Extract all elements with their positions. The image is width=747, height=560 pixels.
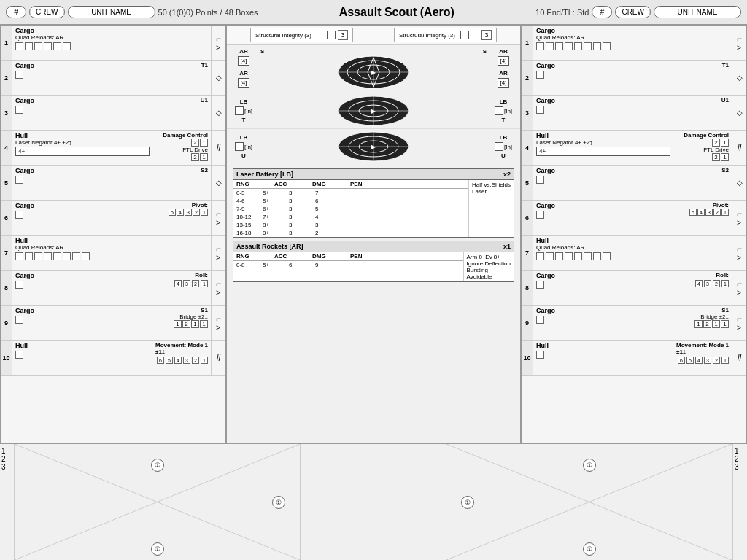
cargo-box[interactable]: 4 <box>695 357 703 364</box>
cargo-box[interactable]: 1 <box>721 357 729 364</box>
cargo-box[interactable] <box>555 42 563 50</box>
cargo-box[interactable]: 1 <box>712 320 720 328</box>
cargo-box[interactable]: 2 <box>712 139 720 147</box>
cargo-box[interactable] <box>53 42 61 50</box>
cargo-box[interactable]: 1 <box>201 209 208 216</box>
cargo-box[interactable] <box>536 252 544 260</box>
cargo-box[interactable] <box>584 252 592 260</box>
cargo-box[interactable]: 3 <box>185 209 192 216</box>
cargo-box[interactable]: 4 <box>697 209 705 216</box>
cargo-box[interactable] <box>63 252 71 260</box>
cargo-box[interactable] <box>536 176 544 184</box>
cargo-box[interactable]: 2 <box>182 320 190 328</box>
lb-left-box[interactable] <box>235 106 244 115</box>
cargo-box[interactable] <box>44 42 52 50</box>
cargo-box[interactable]: 3 <box>704 280 711 287</box>
cargo-box[interactable]: 2 <box>191 139 199 147</box>
cargo-box[interactable]: 3 <box>183 280 190 287</box>
cargo-box[interactable]: 5 <box>166 357 173 364</box>
cargo-box[interactable]: 5 <box>169 209 176 216</box>
cargo-box[interactable] <box>15 106 23 114</box>
cargo-box[interactable]: 2 <box>713 280 720 287</box>
cargo-box[interactable] <box>15 252 23 260</box>
cargo-box[interactable]: 4 <box>177 209 184 216</box>
cargo-box[interactable] <box>15 211 23 219</box>
cargo-box[interactable]: 1 <box>191 320 199 328</box>
cargo-box[interactable]: 1 <box>174 320 182 328</box>
cargo-box[interactable]: 2 <box>192 280 199 287</box>
hash-left[interactable]: # <box>6 6 26 18</box>
cargo-box[interactable] <box>536 351 544 359</box>
cargo-box[interactable] <box>574 42 582 50</box>
cargo-box[interactable]: 2 <box>713 357 720 364</box>
hash-right[interactable]: # <box>592 6 612 18</box>
cargo-box[interactable]: 1 <box>200 139 208 147</box>
cargo-box[interactable] <box>15 71 23 79</box>
unit-name-left[interactable]: UNIT NAME <box>68 6 155 18</box>
crew-right[interactable]: CREW <box>615 6 651 18</box>
cargo-box[interactable] <box>15 281 23 289</box>
cargo-box[interactable]: 1 <box>721 280 729 287</box>
cargo-box[interactable]: 1 <box>200 320 208 328</box>
cargo-box[interactable] <box>555 252 563 260</box>
cargo-box[interactable]: 6 <box>678 357 685 364</box>
cargo-box[interactable] <box>15 316 23 324</box>
cargo-box[interactable]: 2 <box>713 209 721 216</box>
cargo-box[interactable] <box>53 252 61 260</box>
cargo-box[interactable]: 1 <box>721 209 729 216</box>
cargo-box[interactable] <box>593 42 601 50</box>
cargo-box[interactable] <box>536 281 544 289</box>
cargo-box[interactable]: 2 <box>192 357 199 364</box>
cargo-box[interactable]: 1 <box>694 320 703 328</box>
cargo-box[interactable] <box>72 252 80 260</box>
lb-u-right-box[interactable] <box>495 142 503 151</box>
cargo-box[interactable] <box>15 42 23 50</box>
cargo-box[interactable]: 2 <box>712 153 720 161</box>
cargo-box[interactable] <box>546 42 554 50</box>
cargo-box[interactable] <box>25 252 33 260</box>
cargo-box[interactable] <box>536 211 544 219</box>
cargo-box[interactable] <box>565 42 573 50</box>
cargo-box[interactable]: 1 <box>201 357 208 364</box>
cargo-box[interactable]: 2 <box>193 209 200 216</box>
cargo-box[interactable]: 1 <box>200 153 208 161</box>
cargo-box[interactable] <box>15 176 23 184</box>
cargo-box[interactable] <box>536 71 544 79</box>
cargo-box[interactable]: 6 <box>157 357 164 364</box>
cargo-box[interactable] <box>536 106 544 114</box>
cargo-box[interactable]: 4 <box>174 357 182 364</box>
cargo-box[interactable]: 4 <box>174 280 182 287</box>
cargo-box[interactable]: 1 <box>721 153 729 161</box>
cargo-box[interactable]: 3 <box>704 357 711 364</box>
unit-name-right[interactable]: UNIT NAME <box>654 6 741 18</box>
crew-left[interactable]: CREW <box>29 6 65 18</box>
cargo-box[interactable]: 3 <box>183 357 190 364</box>
si-right-box2[interactable] <box>471 31 479 39</box>
cargo-box[interactable] <box>603 252 611 260</box>
si-left-box1[interactable] <box>317 31 325 39</box>
cargo-box[interactable]: 5 <box>689 209 697 216</box>
cargo-box[interactable]: 2 <box>703 320 711 328</box>
cargo-box[interactable] <box>15 351 23 359</box>
cargo-box[interactable] <box>44 252 52 260</box>
cargo-box[interactable]: 1 <box>721 320 729 328</box>
special-box[interactable]: 4+ <box>15 147 150 156</box>
cargo-box[interactable]: 5 <box>686 357 694 364</box>
cargo-box[interactable]: 2 <box>191 153 199 161</box>
si-left-box2[interactable] <box>327 31 336 39</box>
cargo-box[interactable] <box>82 252 90 260</box>
lb-right-box[interactable] <box>495 106 503 115</box>
cargo-box[interactable]: 4 <box>695 280 703 287</box>
cargo-box[interactable]: 1 <box>721 139 729 147</box>
cargo-box[interactable] <box>593 252 601 260</box>
cargo-box[interactable] <box>63 42 71 50</box>
cargo-box[interactable] <box>584 42 592 50</box>
si-right-box1[interactable] <box>460 31 469 39</box>
lb-u-left-box[interactable] <box>235 142 244 151</box>
cargo-box[interactable] <box>603 42 611 50</box>
cargo-box[interactable] <box>536 42 544 50</box>
cargo-box[interactable] <box>536 316 544 324</box>
cargo-box[interactable]: 3 <box>705 209 713 216</box>
cargo-box[interactable] <box>25 42 33 50</box>
cargo-box[interactable] <box>546 252 554 260</box>
